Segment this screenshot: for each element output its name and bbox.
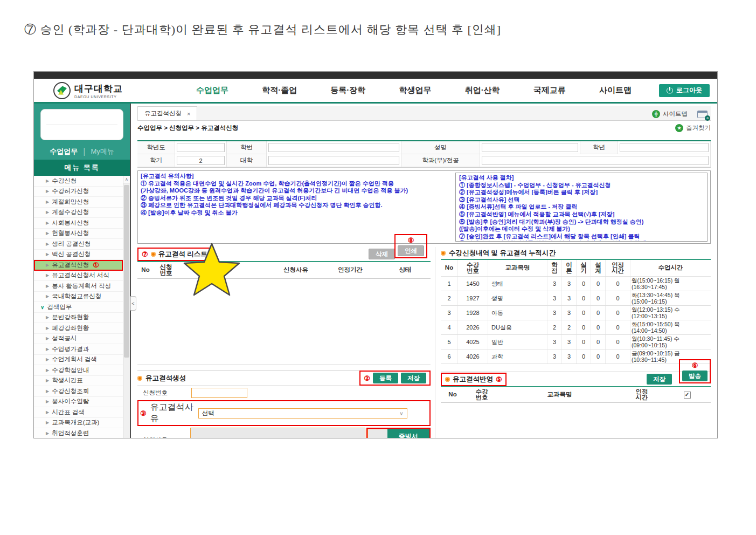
label-student-id: 학번 [227,141,267,154]
sidebar-scrollbar[interactable]: ∧ [123,176,130,438]
label-reason-type: 유고결석사유 [149,402,196,424]
sidebar-item-division-lectures[interactable]: ▶분반강좌현황 [34,313,123,324]
logout-button[interactable]: 로그아웃 [659,84,710,97]
sidebar-item-menstrual-absence[interactable]: ▶생리 공결신청 [34,239,123,250]
login-info-box [40,109,123,140]
menu-list-header: 메뉴 목록 [34,160,130,176]
table-row: 31928아동33000월(12:00~13:15) 수(12:00~13:15… [441,306,711,320]
instruction-heading: ⑦ 승인 (학과장 - 단과대학)이 완료된 후 유고결석 리스트에서 해당 항… [24,22,501,38]
label-request-no: 신청번호 [137,389,191,397]
sidebar-item-domestic-credit-exchange[interactable]: ▶국내학점교류신청 [34,292,123,303]
annotation-box-6: ⑥ 발송 [679,359,711,383]
sidebar-item-career-training[interactable]: ▶취업적성훈련 [34,428,123,438]
sitemap-icon: ╬ [652,110,660,118]
sidebar-tab-mymenu[interactable]: My메뉴 [91,147,114,156]
notice-precautions: [유고결석 유의사항] ① 유고결석 적용은 대면수업 및 실시간 Zoom 수… [141,173,452,242]
sidebar-item-credit-guide[interactable]: ▶수강학점안내 [34,365,123,376]
nav-item-student-affairs[interactable]: 학생업무 [399,85,431,95]
reason-type-select[interactable]: 선택 ∨ [198,408,407,419]
apply-section-title: 유고결석반영 [453,375,493,384]
scroll-up-icon[interactable]: ∧ [123,176,130,183]
portal-header: 대구대학교 DAEGU UNIVERSITY 수업업무 학적·졸업 등록·장학 … [34,79,717,102]
sidebar-item-vaccine-absence[interactable]: ▶백신 공결신청 [34,250,123,260]
notice-procedure: [유고결석 사용 절차] ① [종합정보시스템] - 수업업무 - 신청업무 -… [455,173,708,242]
reason-textarea[interactable] [190,428,365,438]
create-save-button[interactable]: 저장 [401,373,426,383]
absence-list-empty-body [137,279,431,365]
nav-item-classwork[interactable]: 수업업무 [196,85,228,95]
annotation-box-2: ② 등록 저장 [359,371,431,386]
annotation-box-8: ⑧ 인쇄 [394,234,427,258]
grade-input[interactable] [620,143,709,152]
sidebar-item-seasonal-hope[interactable]: ▶계절희망신청 [34,197,123,208]
absence-list-column: ⑦ 유고결석 리스트 삭제 ⑧ 인쇄 [137,247,435,438]
sidebar-item-student-timetable[interactable]: ▶학생시간표 [34,376,123,387]
label-major: 학과(부)/전공 [401,154,480,167]
print-button[interactable]: 인쇄 [398,245,424,256]
sidebar-item-course-evaluation[interactable]: ▶수업평가결과 [34,344,123,355]
sidebar-item-blood-donation[interactable]: ▶헌혈봉사신청 [34,229,123,239]
student-id-input[interactable] [268,143,399,152]
sidebar-item-volunteer-plan[interactable]: ▶봉사 활동계획서 작성 [34,281,123,292]
year-input[interactable] [177,143,225,152]
sidebar-section-search[interactable]: ∨검색업무 [34,302,123,313]
tab-close-icon[interactable]: × [187,111,190,117]
nav-item-career[interactable]: 취업·산학 [465,85,500,95]
close-all-windows-icon[interactable] [697,111,708,118]
nav-item-sitemap[interactable]: 사이트맵 [599,85,632,95]
table-row: 21927생명33000화(13:30~14:45) 목(15:00~16:15… [441,291,711,306]
star-marker [183,243,241,297]
sidebar-item-grade-announcement[interactable]: ▶성적공시 [34,334,123,345]
sidebar-item-excused-absence-form[interactable]: ▶유고결석신청서 서식 [34,271,123,282]
tab-strip: 유고결석신청 × ╬ 사이트맵 [137,106,711,121]
annotation-4: ④ [367,429,387,438]
apply-table: No 수강 번호 교과목명 인정 시간 ✓ [441,386,711,403]
delete-button[interactable]: 삭제 [369,249,395,259]
main-content: 유고결석신청 × ╬ 사이트맵 수업업무 > 신청업무 > 유고결석신청 [131,104,717,438]
nav-item-records[interactable]: 학적·졸업 [262,85,297,95]
select-all-checkbox[interactable]: ✓ [684,392,691,399]
tab-excused-absence[interactable]: 유고결석신청 × [137,106,197,120]
notice-panel: [유고결석 유의사항] ① 유고결석 적용은 대면수업 및 실시간 Zoom 수… [137,170,711,244]
sidebar-item-volunteer-completion[interactable]: ▶봉사이수열람 [34,397,123,408]
annotation-6: ⑥ [692,361,698,369]
chevron-down-icon: ∨ [399,410,403,416]
sidebar-item-closed-lectures[interactable]: ▶폐강강좌현황 [34,323,123,334]
annotation-1: ① [93,261,99,269]
nav-item-registration[interactable]: 등록·장학 [330,85,365,95]
name-input[interactable] [482,143,578,152]
sidebar-item-timetable-search[interactable]: ▶시간표 검색 [34,407,123,418]
scrollbar-thumb[interactable] [124,185,129,358]
sidebar: 수업업무 | My메뉴 메뉴 목록 ▶수강신청 ▶수강허가신청 ▶계절희망신청 … [34,104,131,438]
favorite-link[interactable]: ★ 즐겨찾기 [675,124,711,132]
sidebar-item-social-service[interactable]: ▶사회봉사신청 [34,218,123,229]
breadcrumb: 수업업무 > 신청업무 > 유고결석신청 [137,124,238,132]
sidebar-item-excused-absence[interactable]: ▶유고결석신청① [34,260,123,271]
nav-item-international[interactable]: 국제교류 [533,85,566,95]
sidebar-collapse-handle[interactable]: < [130,296,136,311]
section-bullet-icon [441,251,446,256]
college-input[interactable] [268,156,399,165]
table-row: 64026과학33000금(09:00~10:15) 금(10:30~11:45… [441,349,711,364]
top-navigation: 수업업무 학적·졸업 등록·장학 학생업무 취업·산학 국제교류 사이트맵 [158,85,659,95]
label-grade: 학년 [580,141,618,154]
request-no-input[interactable] [191,388,247,398]
table-row: 11450생태33000월(15:00~16:15) 월(16:30~17:45… [441,277,711,291]
evidence-button[interactable]: 증빙서류 [387,429,430,438]
sidebar-item-course-permission[interactable]: ▶수강허가신청 [34,187,123,197]
enrollment-section-header: 수강신청내역 및 유고결석 누적시간 [441,247,711,259]
send-button[interactable]: 발송 [682,371,708,381]
annotation-5: ⑤ [496,375,502,383]
major-input[interactable] [482,156,709,165]
apply-save-button[interactable]: 저장 [647,374,672,385]
sidebar-item-registration-inquiry[interactable]: ▶수강신청조회 [34,386,123,397]
favorite-star-icon: ★ [675,124,683,132]
sidebar-item-seasonal-registration[interactable]: ▶계절수강신청 [34,208,123,218]
sitemap-link[interactable]: ╬ 사이트맵 [652,110,688,118]
sidebar-item-course-registration[interactable]: ▶수강신청 [34,176,123,187]
sidebar-tab-classwork[interactable]: 수업업무 [50,147,78,156]
annotation-7: ⑦ [142,250,148,258]
register-button[interactable]: 등록 [373,373,398,383]
sidebar-item-course-overview[interactable]: ▶교과목개요(교과) [34,418,123,429]
sidebar-item-syllabus-search[interactable]: ▶수업계획서 검색 [34,355,123,366]
